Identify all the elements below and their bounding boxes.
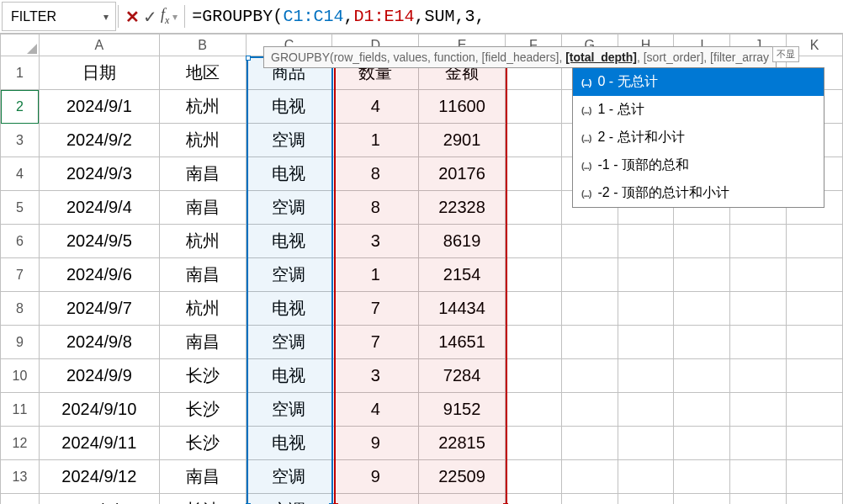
cell-G10[interactable]	[561, 359, 618, 393]
cell-K13[interactable]	[787, 460, 843, 494]
formula-confirm-icon[interactable]: ✓	[143, 7, 157, 27]
cell-E7[interactable]: 2154	[419, 258, 506, 292]
cell-K10[interactable]	[787, 359, 843, 393]
row-header-12[interactable]: 12	[1, 427, 40, 460]
cell-I13[interactable]	[674, 460, 730, 494]
cell-D14[interactable]: 10	[332, 494, 419, 505]
cell-B5[interactable]: 南昌	[159, 191, 246, 225]
cell-J10[interactable]	[730, 359, 787, 393]
cell-K7[interactable]	[787, 258, 843, 292]
cell-K9[interactable]	[787, 326, 843, 359]
cell-G13[interactable]	[561, 460, 618, 494]
cell-F10[interactable]	[505, 359, 561, 393]
name-box-wrapper[interactable]: ▾	[2, 2, 116, 31]
cell-C12[interactable]: 电视	[246, 427, 332, 460]
cell-F5[interactable]	[505, 191, 561, 225]
cell-G8[interactable]	[561, 292, 618, 326]
cell-G11[interactable]	[561, 393, 618, 427]
autocomplete-item-3[interactable]: (...) -1 - 顶部的总和	[573, 151, 824, 179]
cell-D4[interactable]: 8	[332, 157, 419, 191]
cell-D11[interactable]: 4	[332, 393, 419, 427]
cell-D3[interactable]: 1	[332, 124, 419, 157]
cell-D10[interactable]: 3	[332, 359, 419, 393]
row-header-2[interactable]: 2	[1, 90, 40, 124]
autocomplete-item-4[interactable]: (...) -2 - 顶部的总计和小计	[573, 179, 824, 207]
cell-A9[interactable]: 2024/9/8	[39, 326, 159, 359]
cell-A8[interactable]: 2024/9/7	[39, 292, 159, 326]
fx-dropdown-icon[interactable]: ▾	[172, 11, 178, 23]
cell-A3[interactable]: 2024/9/2	[39, 124, 159, 157]
cell-G9[interactable]	[561, 326, 618, 359]
cell-A4[interactable]: 2024/9/3	[39, 157, 159, 191]
cell-A6[interactable]: 2024/9/5	[39, 225, 159, 258]
cell-E11[interactable]: 9152	[419, 393, 506, 427]
cell-D8[interactable]: 7	[332, 292, 419, 326]
formula-bar[interactable]: =GROUPBY(C1:C14,D1:E14,SUM,3,	[185, 0, 843, 33]
cell-D6[interactable]: 3	[332, 225, 419, 258]
cell-H6[interactable]	[618, 225, 674, 258]
cell-J13[interactable]	[730, 460, 787, 494]
cell-J9[interactable]	[730, 326, 787, 359]
cell-H14[interactable]	[618, 494, 674, 505]
cell-D7[interactable]: 1	[332, 258, 419, 292]
cell-C3[interactable]: 空调	[246, 124, 332, 157]
cell-A12[interactable]: 2024/9/11	[39, 427, 159, 460]
cell-C6[interactable]: 电视	[246, 225, 332, 258]
col-header-B[interactable]: B	[159, 34, 246, 56]
row-header-8[interactable]: 8	[1, 292, 40, 326]
cell-J6[interactable]	[730, 225, 787, 258]
cell-E6[interactable]: 8619	[419, 225, 506, 258]
cell-A13[interactable]: 2024/9/12	[39, 460, 159, 494]
cell-J7[interactable]	[730, 258, 787, 292]
cell-D13[interactable]: 9	[332, 460, 419, 494]
cell-F9[interactable]	[505, 326, 561, 359]
row-header-5[interactable]: 5	[1, 191, 40, 225]
cell-K6[interactable]	[787, 225, 843, 258]
cell-H12[interactable]	[618, 427, 674, 460]
cell-K14[interactable]	[787, 494, 843, 505]
cell-E14[interactable]: 23540	[419, 494, 506, 505]
cell-B12[interactable]: 长沙	[159, 427, 246, 460]
cell-E3[interactable]: 2901	[419, 124, 506, 157]
row-header-7[interactable]: 7	[1, 258, 40, 292]
cell-F12[interactable]	[505, 427, 561, 460]
cell-B8[interactable]: 杭州	[159, 292, 246, 326]
cell-H13[interactable]	[618, 460, 674, 494]
cell-F3[interactable]	[505, 124, 561, 157]
cell-B1[interactable]: 地区	[159, 56, 246, 90]
row-header-11[interactable]: 11	[1, 393, 40, 427]
cell-C14[interactable]: 空调	[246, 494, 332, 505]
cell-A14[interactable]: 2024/9/13	[39, 494, 159, 505]
cell-F13[interactable]	[505, 460, 561, 494]
autocomplete-item-2[interactable]: (...) 2 - 总计和小计	[573, 124, 824, 151]
cell-C4[interactable]: 电视	[246, 157, 332, 191]
row-header-3[interactable]: 3	[1, 124, 40, 157]
cell-H7[interactable]	[618, 258, 674, 292]
cell-B2[interactable]: 杭州	[159, 90, 246, 124]
cell-H11[interactable]	[618, 393, 674, 427]
row-header-4[interactable]: 4	[1, 157, 40, 191]
cell-F7[interactable]	[505, 258, 561, 292]
cell-A2[interactable]: 2024/9/1	[39, 90, 159, 124]
cell-E8[interactable]: 14434	[419, 292, 506, 326]
cell-B10[interactable]: 长沙	[159, 359, 246, 393]
cell-D12[interactable]: 9	[332, 427, 419, 460]
row-header-14[interactable]: 14	[1, 494, 40, 505]
cell-A10[interactable]: 2024/9/9	[39, 359, 159, 393]
cell-F4[interactable]	[505, 157, 561, 191]
cell-B4[interactable]: 南昌	[159, 157, 246, 191]
row-header-6[interactable]: 6	[1, 225, 40, 258]
cell-H10[interactable]	[618, 359, 674, 393]
cell-F8[interactable]	[505, 292, 561, 326]
autocomplete-item-0[interactable]: (...) 0 - 无总计	[573, 68, 824, 96]
cell-A7[interactable]: 2024/9/6	[39, 258, 159, 292]
cell-E4[interactable]: 20176	[419, 157, 506, 191]
cell-D5[interactable]: 8	[332, 191, 419, 225]
cell-B14[interactable]: 长沙	[159, 494, 246, 505]
cell-C8[interactable]: 电视	[246, 292, 332, 326]
cell-G12[interactable]	[561, 427, 618, 460]
cell-B3[interactable]: 杭州	[159, 124, 246, 157]
cell-H9[interactable]	[618, 326, 674, 359]
cell-J8[interactable]	[730, 292, 787, 326]
cell-I10[interactable]	[674, 359, 730, 393]
